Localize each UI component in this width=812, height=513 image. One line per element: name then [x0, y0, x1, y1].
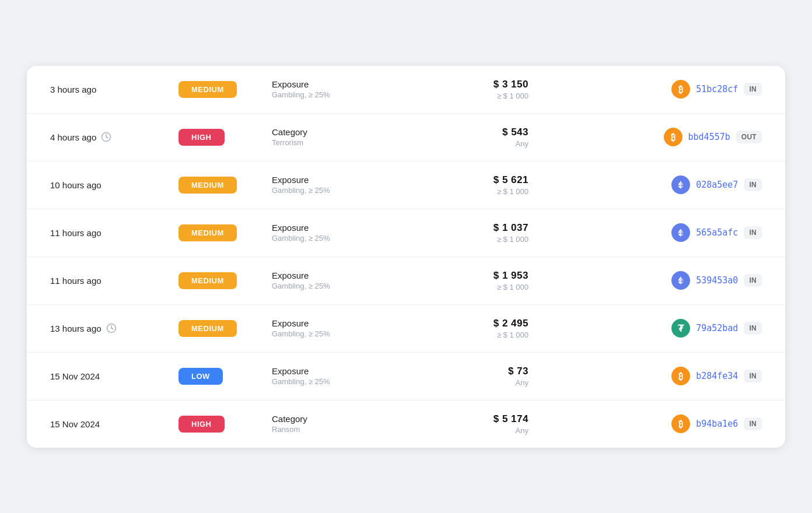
amount-value: $ 1 953 [424, 270, 528, 282]
svg-marker-18 [678, 281, 681, 284]
address-text[interactable]: 028a5ee7 [696, 180, 738, 190]
clock-icon [106, 323, 117, 333]
amount-sub: ≥ $ 1 000 [424, 92, 528, 100]
time-label: 15 Nov 2024 [50, 419, 100, 429]
direction-badge: IN [744, 178, 762, 191]
amount-value: $ 1 037 [424, 222, 528, 234]
clock-icon [101, 132, 111, 142]
alert-type-sub: Terrorism [272, 138, 424, 147]
table-row[interactable]: 4 hours agoHIGHCategoryTerrorism$ 543Any… [27, 114, 785, 161]
svg-marker-17 [681, 281, 684, 284]
amount-sub: Any [424, 426, 528, 435]
alert-type-sub: Gambling, ≥ 25% [272, 329, 424, 338]
amount-value: $ 5 174 [424, 413, 528, 425]
alert-type-label: Exposure [272, 223, 424, 233]
svg-marker-6 [678, 185, 681, 188]
svg-marker-5 [681, 185, 684, 188]
alert-type-sub: Ransom [272, 425, 424, 434]
amount-sub: ≥ $ 1 000 [424, 331, 528, 339]
direction-badge: IN [744, 274, 762, 287]
direction-badge: IN [744, 83, 762, 96]
address-text[interactable]: b94ba1e6 [696, 419, 738, 429]
severity-badge: MEDIUM [178, 272, 237, 289]
alert-type-label: Exposure [272, 318, 424, 328]
alert-type-label: Category [272, 414, 424, 424]
address-text[interactable]: b284fe34 [696, 371, 738, 381]
alert-type-label: Exposure [272, 366, 424, 376]
coin-icon-eth [671, 271, 690, 290]
severity-badge: LOW [178, 368, 223, 385]
alerts-table: 3 hours agoMEDIUMExposureGambling, ≥ 25%… [27, 66, 785, 448]
amount-sub: Any [424, 378, 528, 387]
direction-badge: IN [744, 417, 762, 430]
address-text[interactable]: bbd4557b [688, 132, 730, 142]
alert-type-sub: Gambling, ≥ 25% [272, 282, 424, 290]
time-label: 3 hours ago [50, 85, 96, 94]
coin-icon-btc: ₿ [664, 128, 682, 146]
severity-badge: MEDIUM [178, 224, 237, 241]
table-row[interactable]: 15 Nov 2024HIGHCategoryRansom$ 5 174Any₿… [27, 400, 785, 448]
time-label: 10 hours ago [50, 180, 102, 190]
coin-icon-usdt: ₮ [671, 319, 690, 338]
alert-type-label: Exposure [272, 79, 424, 89]
alert-type-label: Exposure [272, 270, 424, 280]
coin-icon-btc: ₿ [671, 367, 690, 385]
coin-icon-btc: ₿ [671, 80, 690, 99]
coin-icon-eth [671, 175, 690, 194]
direction-badge: IN [744, 370, 762, 382]
address-text[interactable]: 539453a0 [696, 275, 738, 286]
amount-value: $ 3 150 [424, 79, 528, 90]
direction-badge: OUT [736, 131, 762, 143]
coin-icon-eth [671, 223, 690, 242]
severity-badge: MEDIUM [178, 177, 237, 194]
time-label: 11 hours ago [50, 276, 102, 286]
amount-sub: ≥ $ 1 000 [424, 187, 528, 196]
table-row[interactable]: 11 hours agoMEDIUMExposureGambling, ≥ 25… [27, 209, 785, 257]
table-row[interactable]: 10 hours agoMEDIUMExposureGambling, ≥ 25… [27, 161, 785, 209]
direction-badge: IN [744, 226, 762, 239]
amount-value: $ 73 [424, 366, 528, 377]
time-label: 13 hours ago [50, 324, 102, 333]
table-row[interactable]: 15 Nov 2024LOWExposureGambling, ≥ 25%$ 7… [27, 353, 785, 400]
severity-badge: MEDIUM [178, 81, 237, 98]
severity-badge: HIGH [178, 129, 225, 146]
direction-badge: IN [744, 322, 762, 335]
amount-sub: ≥ $ 1 000 [424, 283, 528, 291]
amount-sub: ≥ $ 1 000 [424, 235, 528, 244]
svg-marker-11 [681, 233, 684, 236]
alert-type-label: Category [272, 127, 424, 137]
alert-type-sub: Gambling, ≥ 25% [272, 234, 424, 243]
table-row[interactable]: 3 hours agoMEDIUMExposureGambling, ≥ 25%… [27, 66, 785, 114]
time-label: 11 hours ago [50, 228, 102, 238]
alert-type-sub: Gambling, ≥ 25% [272, 186, 424, 195]
amount-sub: Any [424, 139, 528, 148]
address-text[interactable]: 79a52bad [696, 323, 738, 333]
amount-value: $ 543 [424, 127, 528, 138]
table-row[interactable]: 11 hours agoMEDIUMExposureGambling, ≥ 25… [27, 257, 785, 305]
severity-badge: HIGH [178, 416, 225, 433]
address-text[interactable]: 51bc28cf [696, 84, 738, 94]
svg-marker-12 [678, 233, 681, 236]
severity-badge: MEDIUM [178, 320, 237, 337]
time-label: 15 Nov 2024 [50, 371, 100, 381]
time-label: 4 hours ago [50, 132, 96, 142]
amount-value: $ 5 621 [424, 174, 528, 186]
alert-type-label: Exposure [272, 175, 424, 185]
address-text[interactable]: 565a5afc [696, 227, 738, 238]
alert-type-sub: Gambling, ≥ 25% [272, 90, 424, 99]
alert-type-sub: Gambling, ≥ 25% [272, 377, 424, 386]
amount-value: $ 2 495 [424, 318, 528, 329]
table-row[interactable]: 13 hours agoMEDIUMExposureGambling, ≥ 25… [27, 305, 785, 353]
coin-icon-btc: ₿ [671, 414, 690, 433]
